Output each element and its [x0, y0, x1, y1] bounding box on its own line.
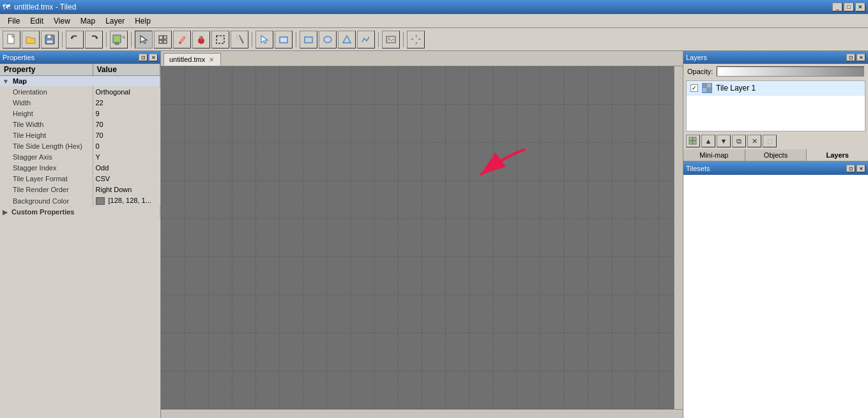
- select-mode-button[interactable]: [135, 31, 153, 49]
- tile-side-length-value[interactable]: 0: [93, 141, 160, 152]
- svg-rect-73: [693, 141, 696, 144]
- add-layer-button[interactable]: [686, 135, 700, 147]
- properties-close-button[interactable]: ✕: [149, 54, 158, 61]
- grid-canvas[interactable]: [161, 66, 683, 409]
- layers-panel: Layers ⊡ ✕ Opacity: ✓: [683, 51, 868, 162]
- tab-close-button[interactable]: ✕: [209, 56, 214, 63]
- svg-marker-25: [343, 36, 351, 43]
- tab-untitled[interactable]: untitled.tmx ✕: [164, 53, 221, 66]
- layers-float-button[interactable]: ⊡: [846, 54, 855, 61]
- opacity-slider[interactable]: [717, 66, 864, 77]
- polyline-object-button[interactable]: [357, 31, 375, 49]
- layers-header-controls[interactable]: ⊡ ✕: [846, 54, 865, 61]
- layer-item[interactable]: ✓ Tile Layer 1: [687, 81, 865, 96]
- background-color-value[interactable]: [128, 128, 1...: [93, 195, 160, 207]
- delete-layer-button[interactable]: ✕: [747, 135, 761, 147]
- ellipse-object-button[interactable]: [319, 31, 337, 49]
- objects-tab[interactable]: Objects: [745, 149, 807, 161]
- duplicate-layer-button[interactable]: ⧉: [732, 135, 746, 147]
- menu-map[interactable]: Map: [75, 15, 100, 27]
- svg-rect-10: [159, 36, 163, 40]
- rect-object-button[interactable]: [300, 31, 317, 49]
- save-button[interactable]: [41, 31, 59, 49]
- menu-layer[interactable]: Layer: [100, 15, 130, 27]
- horizontal-scrollbar[interactable]: [161, 409, 683, 418]
- properties-panel-header: Properties ⊡ ✕: [0, 51, 160, 64]
- menu-help[interactable]: Help: [130, 15, 156, 27]
- svg-rect-67: [707, 84, 711, 87]
- tile-render-order-value[interactable]: Right Down: [93, 184, 160, 195]
- select-magic-button[interactable]: [231, 31, 248, 49]
- layer-type-icon: [702, 83, 712, 93]
- stamp-button[interactable]: [110, 31, 128, 49]
- stagger-axis-row: Stagger Axis Y: [0, 152, 160, 163]
- svg-rect-18: [217, 36, 224, 43]
- stagger-index-value[interactable]: Odd: [93, 163, 160, 174]
- triangle-object-button[interactable]: [338, 31, 356, 49]
- mini-map-tab[interactable]: Mini-map: [683, 149, 745, 161]
- layers-list[interactable]: ✓ Tile Layer 1: [686, 80, 865, 131]
- opacity-label: Opacity:: [687, 68, 713, 75]
- new-button[interactable]: [3, 31, 20, 49]
- layer-visibility-checkbox[interactable]: ✓: [690, 84, 698, 92]
- layers-title: Layers: [686, 54, 707, 61]
- property-column-header: Property: [0, 64, 93, 76]
- svg-rect-70: [689, 137, 692, 140]
- custom-props-expand-icon: ▶: [3, 209, 8, 216]
- stagger-axis-value[interactable]: Y: [93, 152, 160, 163]
- properties-panel: Properties ⊡ ✕ Property Value ▼: [0, 51, 161, 418]
- tilesets-float-button[interactable]: ⊡: [846, 165, 855, 172]
- menu-view[interactable]: View: [49, 15, 75, 27]
- height-value[interactable]: 9: [93, 108, 160, 119]
- fill-button[interactable]: [192, 31, 210, 49]
- svg-rect-17: [199, 36, 203, 38]
- opacity-row: Opacity:: [683, 64, 868, 79]
- menu-edit[interactable]: Edit: [25, 15, 49, 27]
- title-bar-controls[interactable]: _ □ ✕: [832, 3, 865, 11]
- orientation-value[interactable]: Orthogonal: [93, 87, 160, 98]
- app-icon: 🗺: [3, 3, 10, 11]
- vertical-scrollbar[interactable]: [674, 66, 683, 409]
- height-name: Height: [0, 108, 93, 119]
- tilesets-close-button[interactable]: ✕: [857, 165, 865, 172]
- properties-data-table: Property Value ▼ Map Orientation Orthogo…: [0, 64, 160, 218]
- undo-button[interactable]: [66, 31, 84, 49]
- tile-layer-format-value[interactable]: CSV: [93, 174, 160, 184]
- tile-render-order-name: Tile Render Order: [0, 184, 93, 195]
- properties-header-controls[interactable]: ⊡ ✕: [139, 54, 158, 61]
- layers-tab[interactable]: Layers: [807, 149, 868, 161]
- image-object-button[interactable]: [382, 31, 400, 49]
- svg-rect-66: [703, 84, 706, 87]
- select-rect-button[interactable]: [211, 31, 229, 49]
- tile-stamp-button[interactable]: [154, 31, 172, 49]
- tile-width-value[interactable]: 70: [93, 119, 160, 130]
- value-column-header: Value: [93, 64, 160, 76]
- svg-rect-7: [115, 43, 119, 45]
- tile-side-length-row: Tile Side Length (Hex) 0: [0, 141, 160, 152]
- map-section-header[interactable]: ▼ Map: [0, 76, 160, 87]
- pan-button[interactable]: [407, 31, 425, 49]
- properties-float-button[interactable]: ⊡: [139, 54, 148, 61]
- menu-file[interactable]: File: [3, 15, 25, 27]
- maximize-button[interactable]: □: [844, 3, 854, 11]
- objects-stamp-button[interactable]: [275, 31, 293, 49]
- layers-close-button[interactable]: ✕: [857, 54, 865, 61]
- title-bar: 🗺 untitled.tmx - Tiled _ □ ✕: [0, 0, 868, 14]
- svg-marker-30: [411, 38, 415, 40]
- move-layer-down-button[interactable]: ▼: [717, 135, 731, 147]
- redo-button[interactable]: [85, 31, 103, 49]
- tile-height-value[interactable]: 70: [93, 130, 160, 141]
- minimize-button[interactable]: _: [832, 3, 842, 11]
- move-layer-up-button[interactable]: ▲: [701, 135, 715, 147]
- svg-rect-2: [47, 35, 51, 38]
- tilesets-panel-header: Tilesets ⊡ ✕: [683, 162, 868, 175]
- open-button[interactable]: [22, 31, 40, 49]
- tilesets-header-controls[interactable]: ⊡ ✕: [846, 165, 865, 172]
- objects-select-button[interactable]: [255, 31, 273, 49]
- custom-properties-row[interactable]: ▶ Custom Properties: [0, 207, 160, 218]
- svg-rect-13: [164, 40, 167, 43]
- eraser-button[interactable]: [173, 31, 191, 49]
- close-button[interactable]: ✕: [855, 3, 865, 11]
- tile-layer-format-row: Tile Layer Format CSV: [0, 174, 160, 184]
- width-value[interactable]: 22: [93, 98, 160, 108]
